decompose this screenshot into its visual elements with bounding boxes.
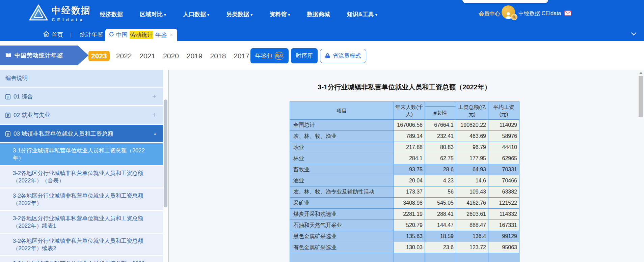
chevron-down-icon[interactable] bbox=[631, 30, 637, 36]
nav-item[interactable]: 知识&工具 bbox=[347, 10, 377, 18]
low-data-mode-button[interactable]: 省流量模式 bbox=[320, 49, 366, 63]
cell-total-wage: 123.72 bbox=[456, 242, 488, 253]
chapter-list: 01 综合 + 02 就业与失业 + 03 城镇非私营单位就业人员和工资总额 bbox=[0, 88, 163, 142]
tab-china-labor-yearbook[interactable]: 中国劳动统计年鉴 × bbox=[105, 29, 177, 41]
cell-total-wage: 2603.61 bbox=[456, 209, 488, 220]
table-row: 全国总计 167006.56 67664.1 190820.22 114029 bbox=[290, 120, 519, 131]
tab-close-icon[interactable]: × bbox=[170, 32, 173, 38]
sidebar-scrollbar[interactable] bbox=[163, 70, 168, 262]
col-header-avg-wage: 平均工资(元) bbox=[488, 102, 519, 120]
sidebar-item-editors-note[interactable]: 编者说明 bbox=[0, 70, 163, 87]
refresh-icon[interactable] bbox=[109, 32, 114, 38]
cell-industry: 煤炭开采和洗选业 bbox=[290, 209, 394, 220]
year-item[interactable]: 2017 bbox=[232, 51, 251, 61]
logo-icon bbox=[29, 4, 48, 22]
avatar[interactable]: 集 bbox=[502, 5, 515, 19]
sidebar-chapter[interactable]: 01 综合 + bbox=[0, 88, 163, 105]
notebook-icon bbox=[5, 131, 10, 137]
logo-subtitle: CEIdata bbox=[52, 17, 91, 22]
nav-item[interactable]: 资料馆 bbox=[269, 10, 290, 18]
sidebar-section[interactable]: 3-2各地区分行业城镇非私营单位就业人员和工资总额（2022年）续表1 bbox=[0, 211, 163, 233]
table-row: 渔业 20.04 4.23 14.6 70466 bbox=[290, 175, 519, 186]
cell-year-end-count: 2281.19 bbox=[394, 209, 425, 220]
time-series-button[interactable]: 时序库 bbox=[291, 48, 318, 63]
sidebar-section[interactable]: 3-3各地区城镇非私营单位就业人员和工资总额（2022年） bbox=[0, 256, 163, 262]
nav-item[interactable]: 人口数据 bbox=[183, 10, 209, 18]
nav-item[interactable]: 另类数据 bbox=[226, 10, 252, 18]
main-nav: 经济数据 区域对比 人口数据 另类数据 资料馆 数据商城 知识&工具 bbox=[100, 0, 377, 28]
cell-avg-wage: 99129 bbox=[488, 231, 519, 242]
nav-item[interactable]: 经济数据 bbox=[100, 10, 123, 18]
sidebar-section[interactable]: 3-2各地区分行业城镇非私营单位就业人员和工资总额（2022年）续表2 bbox=[0, 234, 163, 255]
cell-year-end-count: 130.03 bbox=[394, 242, 425, 253]
sidebar-chapter[interactable]: 03 城镇非私营单位就业人员和工资总额 - bbox=[0, 125, 163, 142]
home-link[interactable]: 首页 bbox=[43, 28, 63, 41]
cell-total-wage: 4162.76 bbox=[456, 198, 488, 209]
lock-icon bbox=[325, 53, 330, 59]
mail-icon[interactable] bbox=[564, 10, 571, 17]
table-header: 项目 年末人数(千人) 工资总额(亿元) 平均工资(元) #女性 bbox=[290, 102, 519, 120]
cell-avg-wage: 114029 bbox=[488, 120, 519, 131]
year-selector: 2023 2022 2021 2020 2019 2018 2017 .....… bbox=[88, 49, 270, 63]
yearbook-package-button[interactable]: 年鉴包 商品 bbox=[250, 48, 289, 63]
year-item[interactable]: 2023 bbox=[88, 51, 110, 61]
year-item[interactable]: 2018 bbox=[209, 51, 227, 61]
sidebar-section[interactable]: 3-2各地区分行业城镇非私营单位就业人员和工资总额（2022年）（合表） bbox=[0, 166, 163, 187]
cell-female: 56 bbox=[425, 186, 456, 198]
tab-label-highlight: 劳动统计 bbox=[130, 31, 153, 39]
table-row: 农、林、牧、渔业 789.14 232.41 463.69 58976 bbox=[290, 131, 519, 142]
cell-female: 62.75 bbox=[425, 153, 456, 164]
year-item[interactable]: 2021 bbox=[138, 51, 157, 61]
cell-avg-wage: 121522 bbox=[488, 198, 519, 209]
cell-female: 144.47 bbox=[425, 220, 456, 231]
sidebar-scrollbar-thumb[interactable] bbox=[164, 99, 167, 207]
sidebar-section[interactable]: 3-1分行业城镇非私营单位就业人员和工资总额（2022年） bbox=[0, 143, 163, 165]
table-title: 3-1分行业城镇非私营单位就业人员和工资总额（2022年） bbox=[290, 83, 519, 92]
cell-avg-wage: 70331 bbox=[488, 164, 519, 175]
col-header-empty bbox=[425, 102, 456, 107]
cell-year-end-count: 217.88 bbox=[394, 142, 425, 153]
page: 中经数据 CEIdata 经济数据 区域对比 人口数据 另类数据 资料馆 数据商… bbox=[0, 0, 644, 262]
site-logo[interactable]: 中经数据 CEIdata bbox=[29, 4, 91, 22]
nav-item[interactable]: 数据商城 bbox=[307, 10, 330, 18]
cell-year-end-count: 20.04 bbox=[394, 175, 425, 186]
cell-avg-wage bbox=[488, 253, 519, 262]
product-badge: 商品 bbox=[274, 52, 284, 60]
chapter-toggle[interactable]: + bbox=[152, 111, 156, 119]
cell-year-end-count: 520.79 bbox=[394, 220, 425, 231]
nav-item[interactable]: 区域对比 bbox=[140, 10, 166, 18]
year-item[interactable]: 2022 bbox=[115, 51, 133, 61]
cell-industry: 有色金属矿采选业 bbox=[290, 242, 394, 253]
cell-avg-wage: 70466 bbox=[488, 175, 519, 186]
table-row: 有色金属矿采选业 130.03 23.6 123.72 95063 bbox=[290, 242, 519, 253]
scroll-up-arrow-icon[interactable] bbox=[639, 72, 643, 74]
notebook-icon bbox=[5, 94, 10, 99]
member-center-link[interactable]: 会员中心 bbox=[479, 10, 500, 18]
tab-label-suffix: 年鉴 bbox=[155, 31, 167, 39]
sidebar-section[interactable]: 3-2各地区分行业城镇非私营单位就业人员和工资总额（2022年） bbox=[0, 188, 163, 210]
chapter-toggle[interactable]: - bbox=[154, 129, 156, 138]
username[interactable]: 中经数据 CEIdata bbox=[518, 10, 561, 17]
chapter-label: 02 就业与失业 bbox=[14, 111, 50, 119]
chapter-label: 03 城镇非私营单位就业人员和工资总额 bbox=[14, 130, 113, 138]
yearbook-banner: 中国劳动统计年鉴 bbox=[0, 46, 88, 65]
yearbook-nav-link[interactable]: 统计年鉴 bbox=[80, 28, 103, 41]
cell-year-end-count: 135.63 bbox=[394, 231, 425, 242]
cell-total-wage: 190820.22 bbox=[456, 120, 488, 131]
data-table: 项目 年末人数(千人) 工资总额(亿元) 平均工资(元) #女性 全国总计 16… bbox=[290, 101, 519, 262]
page-scrollbar-thumb[interactable] bbox=[639, 76, 643, 117]
cell-total-wage: 64.93 bbox=[456, 164, 488, 175]
year-item[interactable]: 2019 bbox=[185, 51, 204, 61]
page-scrollbar[interactable] bbox=[638, 70, 644, 262]
cell-industry: 石油和天然气开采业 bbox=[290, 220, 394, 231]
search-input[interactable] bbox=[462, 0, 548, 3]
year-item[interactable]: 2020 bbox=[162, 51, 180, 61]
cell-industry: 农业 bbox=[290, 142, 394, 153]
table-row: 石油和天然气开采业 520.79 144.47 888.47 167331 bbox=[290, 220, 519, 231]
chapter-toggle[interactable]: + bbox=[152, 92, 156, 100]
yearbook-toolbar: 中国劳动统计年鉴 2023 2022 2021 2020 2019 2018 2… bbox=[0, 41, 644, 70]
cell-female: 18.59 bbox=[425, 231, 456, 242]
sidebar-chapter[interactable]: 02 就业与失业 + bbox=[0, 106, 163, 124]
table-row: 黑色金属矿采选业 135.63 18.59 136.4 99129 bbox=[290, 231, 519, 242]
table-row: 农、林、牧、渔专业及辅助性活动 173.37 56 109.43 63382 bbox=[290, 186, 519, 198]
